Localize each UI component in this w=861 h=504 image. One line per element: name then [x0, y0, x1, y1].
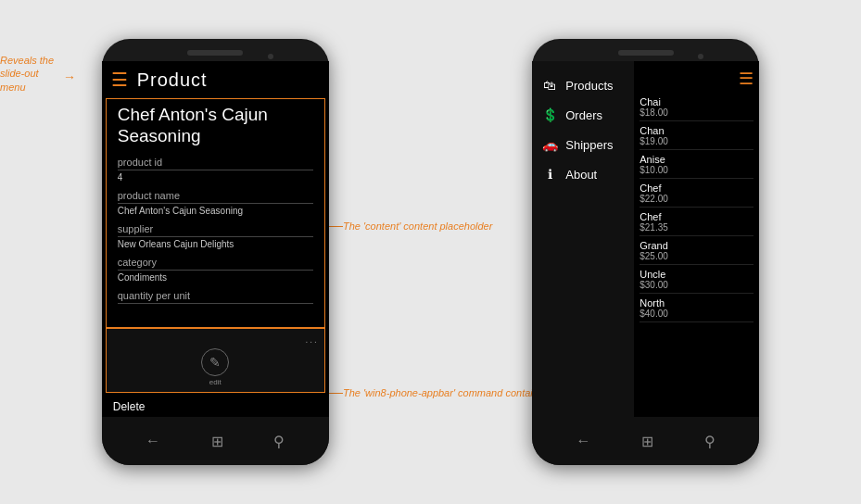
back-button-left[interactable]: ← — [146, 433, 160, 449]
product-price-5: $25.00 — [639, 251, 753, 261]
annotation-content-placeholder: The 'content' content placeholder — [343, 220, 492, 232]
appbar-icons: ✎ edit — [201, 348, 229, 386]
menu-item-about[interactable]: ℹ About — [532, 159, 634, 189]
field-label-product-id: product id — [118, 157, 313, 170]
search-button-right[interactable]: ⚲ — [704, 433, 715, 450]
list-item[interactable]: Grand $25.00 — [639, 240, 753, 265]
appbar-dots[interactable]: ... — [305, 334, 318, 345]
list-item[interactable]: Uncle $30.00 — [639, 269, 753, 294]
list-item[interactable]: Chai $18.00 — [639, 96, 753, 121]
product-name-6: Uncle — [639, 269, 753, 280]
product-price-6: $30.00 — [639, 280, 753, 290]
left-phone-bottom: ← ⊞ ⚲ — [102, 417, 329, 465]
product-name-1: Chan — [639, 125, 753, 136]
product-list-panel: ☰ Chai $18.00 Chan $19.00 Anise $10.00 — [634, 61, 759, 417]
product-price-2: $10.00 — [639, 165, 753, 175]
product-name-4: Chef — [639, 211, 753, 222]
product-price-3: $22.00 — [639, 194, 753, 204]
right-header-row: ☰ — [639, 69, 753, 89]
menu-label-about: About — [565, 168, 597, 182]
field-value-product-name: Chef Anton's Cajun Seasoning — [118, 206, 313, 216]
list-item[interactable]: Chan $19.00 — [639, 125, 753, 150]
left-camera — [268, 54, 273, 59]
product-name-2: Anise — [639, 154, 753, 165]
right-camera — [698, 54, 703, 59]
right-screen: 🛍 Products 💲 Orders 🚗 Shippers ℹ About — [532, 61, 759, 417]
product-price-4: $21.35 — [639, 222, 753, 233]
product-price-0: $18.00 — [639, 107, 753, 118]
menu-label-shippers: Shippers — [565, 138, 613, 152]
menu-label-orders: Orders — [565, 108, 602, 122]
app-bar: ... ✎ edit — [106, 328, 325, 393]
left-phone: ☰ Product Chef Anton's Cajun Seasoning p… — [102, 39, 329, 465]
delete-button[interactable]: Delete — [102, 397, 329, 417]
back-button-right[interactable]: ← — [576, 433, 591, 449]
shippers-icon: 🚗 — [541, 137, 558, 152]
list-item[interactable]: Chef $21.35 — [639, 211, 753, 236]
product-price-1: $19.00 — [639, 136, 753, 146]
about-icon: ℹ — [541, 167, 558, 182]
field-label-category: category — [118, 257, 313, 271]
right-phone: 🛍 Products 💲 Orders 🚗 Shippers ℹ About — [532, 39, 759, 465]
slide-out-menu: 🛍 Products 💲 Orders 🚗 Shippers ℹ About — [532, 61, 634, 417]
menu-label-products: Products — [565, 79, 613, 93]
product-name-3: Chef — [639, 183, 753, 194]
right-speaker — [618, 50, 674, 56]
right-hamburger-icon[interactable]: ☰ — [739, 69, 753, 89]
annotation-appbar: The 'win8-phone-appbar' command containe… — [343, 387, 548, 398]
edit-circle: ✎ — [201, 348, 229, 376]
right-phone-bottom: ← ⊞ ⚲ — [532, 417, 759, 465]
left-header: ☰ Product — [102, 61, 329, 98]
product-name-5: Grand — [639, 240, 753, 251]
field-value-product-id: 4 — [118, 172, 313, 183]
list-item[interactable]: Anise $10.00 — [639, 154, 753, 179]
product-name-0: Chai — [639, 96, 753, 107]
home-button-right[interactable]: ⊞ — [641, 433, 653, 450]
left-speaker — [187, 50, 243, 56]
annotation-slide-out: Reveals the slide-out menu — [0, 54, 65, 94]
scene: Reveals the slide-out menu → The 'conten… — [0, 0, 861, 504]
annotation-arrow-slide-out: → — [63, 69, 76, 84]
edit-button[interactable]: ✎ edit — [201, 348, 229, 386]
field-label-quantity: quantity per unit — [118, 290, 313, 304]
orders-icon: 💲 — [541, 107, 558, 122]
field-label-product-name: product name — [118, 190, 313, 204]
products-icon: 🛍 — [541, 78, 558, 93]
field-value-category: Condiments — [118, 272, 313, 283]
home-button-left[interactable]: ⊞ — [211, 433, 223, 450]
list-item[interactable]: North $40.00 — [639, 297, 753, 322]
menu-item-products[interactable]: 🛍 Products — [532, 70, 634, 100]
field-label-supplier: supplier — [118, 223, 313, 237]
left-screen: ☰ Product Chef Anton's Cajun Seasoning p… — [102, 61, 329, 417]
field-value-supplier: New Orleans Cajun Delights — [118, 239, 313, 249]
left-content-area: Chef Anton's Cajun Seasoning product id … — [106, 98, 325, 328]
left-page-title: Product — [137, 69, 208, 91]
search-button-left[interactable]: ⚲ — [273, 433, 285, 450]
menu-item-shippers[interactable]: 🚗 Shippers — [532, 130, 634, 159]
product-title: Chef Anton's Cajun Seasoning — [118, 105, 313, 147]
product-price-7: $40.00 — [639, 309, 753, 319]
hamburger-icon[interactable]: ☰ — [111, 69, 128, 91]
list-item[interactable]: Chef $22.00 — [639, 183, 753, 208]
edit-label: edit — [209, 378, 222, 386]
menu-item-orders[interactable]: 💲 Orders — [532, 100, 634, 130]
product-name-7: North — [639, 297, 753, 309]
